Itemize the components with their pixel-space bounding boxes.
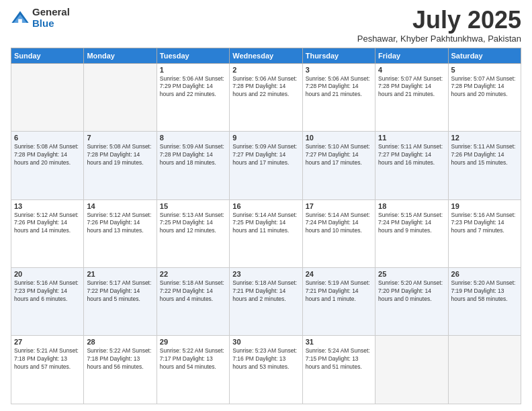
table-row: 17Sunrise: 5:14 AM Sunset: 7:24 PM Dayli… (302, 199, 375, 267)
day-number: 15 (160, 202, 226, 210)
day-info: Sunrise: 5:09 AM Sunset: 7:27 PM Dayligh… (232, 143, 299, 167)
title-area: July 2025 Peshawar, Khyber Pakhtunkhwa, … (357, 7, 521, 44)
day-info: Sunrise: 5:19 AM Sunset: 7:21 PM Dayligh… (306, 279, 372, 304)
calendar-week-row: 13Sunrise: 5:12 AM Sunset: 7:26 PM Dayli… (11, 199, 521, 267)
col-monday: Monday (84, 48, 157, 63)
day-info: Sunrise: 5:16 AM Sunset: 7:23 PM Dayligh… (451, 212, 518, 236)
table-row: 6Sunrise: 5:08 AM Sunset: 7:28 PM Daylig… (11, 132, 84, 199)
table-row: 19Sunrise: 5:16 AM Sunset: 7:23 PM Dayli… (448, 199, 521, 267)
table-row: 23Sunrise: 5:18 AM Sunset: 7:21 PM Dayli… (230, 268, 302, 336)
table-row (448, 336, 521, 404)
day-number: 28 (87, 338, 153, 346)
header: General Blue July 2025 Peshawar, Khyber … (11, 7, 521, 44)
table-row (84, 63, 157, 131)
day-info: Sunrise: 5:16 AM Sunset: 7:23 PM Dayligh… (14, 279, 81, 304)
day-info: Sunrise: 5:21 AM Sunset: 7:18 PM Dayligh… (14, 347, 81, 371)
logo-icon (11, 9, 30, 28)
table-row: 4Sunrise: 5:07 AM Sunset: 7:28 PM Daylig… (375, 63, 448, 131)
day-info: Sunrise: 5:14 AM Sunset: 7:24 PM Dayligh… (306, 212, 372, 236)
table-row: 9Sunrise: 5:09 AM Sunset: 7:27 PM Daylig… (230, 132, 302, 199)
day-number: 8 (160, 134, 226, 142)
day-info: Sunrise: 5:06 AM Sunset: 7:29 PM Dayligh… (160, 75, 226, 99)
day-info: Sunrise: 5:22 AM Sunset: 7:17 PM Dayligh… (160, 347, 226, 371)
col-friday: Friday (375, 48, 448, 63)
day-number: 7 (87, 134, 153, 142)
calendar-table: Sunday Monday Tuesday Wednesday Thursday… (11, 48, 521, 404)
day-number: 25 (378, 270, 445, 278)
day-info: Sunrise: 5:18 AM Sunset: 7:21 PM Dayligh… (232, 279, 299, 304)
table-row: 29Sunrise: 5:22 AM Sunset: 7:17 PM Dayli… (157, 336, 229, 404)
table-row: 25Sunrise: 5:20 AM Sunset: 7:20 PM Dayli… (375, 268, 448, 336)
table-row: 1Sunrise: 5:06 AM Sunset: 7:29 PM Daylig… (157, 63, 229, 131)
col-thursday: Thursday (302, 48, 375, 63)
table-row: 5Sunrise: 5:07 AM Sunset: 7:28 PM Daylig… (448, 63, 521, 131)
day-number: 27 (14, 338, 81, 346)
table-row: 31Sunrise: 5:24 AM Sunset: 7:15 PM Dayli… (302, 336, 375, 404)
day-number: 17 (306, 202, 372, 210)
table-row: 26Sunrise: 5:20 AM Sunset: 7:19 PM Dayli… (448, 268, 521, 336)
calendar-week-row: 6Sunrise: 5:08 AM Sunset: 7:28 PM Daylig… (11, 132, 521, 199)
table-row (11, 63, 84, 131)
day-info: Sunrise: 5:24 AM Sunset: 7:15 PM Dayligh… (306, 347, 372, 371)
calendar-week-row: 20Sunrise: 5:16 AM Sunset: 7:23 PM Dayli… (11, 268, 521, 336)
table-row: 7Sunrise: 5:08 AM Sunset: 7:28 PM Daylig… (84, 132, 157, 199)
day-number: 3 (306, 66, 372, 74)
calendar-week-row: 1Sunrise: 5:06 AM Sunset: 7:29 PM Daylig… (11, 63, 521, 131)
day-number: 9 (232, 134, 299, 142)
day-number: 18 (378, 202, 445, 210)
table-row: 3Sunrise: 5:06 AM Sunset: 7:28 PM Daylig… (302, 63, 375, 131)
table-row: 18Sunrise: 5:15 AM Sunset: 7:24 PM Dayli… (375, 199, 448, 267)
table-row: 30Sunrise: 5:23 AM Sunset: 7:16 PM Dayli… (230, 336, 302, 404)
day-info: Sunrise: 5:23 AM Sunset: 7:16 PM Dayligh… (232, 347, 299, 371)
day-info: Sunrise: 5:11 AM Sunset: 7:27 PM Dayligh… (378, 143, 445, 167)
logo: General Blue (11, 7, 70, 29)
day-number: 22 (160, 270, 226, 278)
table-row: 10Sunrise: 5:10 AM Sunset: 7:27 PM Dayli… (302, 132, 375, 199)
day-number: 21 (87, 270, 153, 278)
table-row: 8Sunrise: 5:09 AM Sunset: 7:28 PM Daylig… (157, 132, 229, 199)
table-row: 21Sunrise: 5:17 AM Sunset: 7:22 PM Dayli… (84, 268, 157, 336)
day-info: Sunrise: 5:15 AM Sunset: 7:24 PM Dayligh… (378, 212, 445, 236)
day-number: 4 (378, 66, 445, 74)
table-row: 12Sunrise: 5:11 AM Sunset: 7:26 PM Dayli… (448, 132, 521, 199)
day-number: 14 (87, 202, 153, 210)
day-info: Sunrise: 5:12 AM Sunset: 7:26 PM Dayligh… (14, 212, 81, 236)
day-info: Sunrise: 5:14 AM Sunset: 7:25 PM Dayligh… (232, 212, 299, 236)
day-number: 19 (451, 202, 518, 210)
day-info: Sunrise: 5:11 AM Sunset: 7:26 PM Dayligh… (451, 143, 518, 167)
day-info: Sunrise: 5:17 AM Sunset: 7:22 PM Dayligh… (87, 279, 153, 304)
day-number: 10 (306, 134, 372, 142)
day-info: Sunrise: 5:10 AM Sunset: 7:27 PM Dayligh… (306, 143, 372, 167)
day-info: Sunrise: 5:13 AM Sunset: 7:25 PM Dayligh… (160, 212, 226, 236)
table-row: 28Sunrise: 5:22 AM Sunset: 7:18 PM Dayli… (84, 336, 157, 404)
day-info: Sunrise: 5:07 AM Sunset: 7:28 PM Dayligh… (378, 75, 445, 99)
table-row: 14Sunrise: 5:12 AM Sunset: 7:26 PM Dayli… (84, 199, 157, 267)
day-number: 11 (378, 134, 445, 142)
month-title: July 2025 (357, 7, 521, 34)
table-row: 27Sunrise: 5:21 AM Sunset: 7:18 PM Dayli… (11, 336, 84, 404)
day-number: 5 (451, 66, 518, 74)
table-row: 22Sunrise: 5:18 AM Sunset: 7:22 PM Dayli… (157, 268, 229, 336)
day-number: 20 (14, 270, 81, 278)
table-row: 24Sunrise: 5:19 AM Sunset: 7:21 PM Dayli… (302, 268, 375, 336)
logo-general-text: General (32, 7, 70, 18)
day-number: 6 (14, 134, 81, 142)
day-number: 12 (451, 134, 518, 142)
col-wednesday: Wednesday (230, 48, 302, 63)
calendar-week-row: 27Sunrise: 5:21 AM Sunset: 7:18 PM Dayli… (11, 336, 521, 404)
logo-text: General Blue (32, 7, 70, 29)
day-info: Sunrise: 5:09 AM Sunset: 7:28 PM Dayligh… (160, 143, 226, 167)
day-info: Sunrise: 5:08 AM Sunset: 7:28 PM Dayligh… (87, 143, 153, 167)
table-row: 16Sunrise: 5:14 AM Sunset: 7:25 PM Dayli… (230, 199, 302, 267)
col-tuesday: Tuesday (157, 48, 229, 63)
day-number: 1 (160, 66, 226, 74)
day-number: 29 (160, 338, 226, 346)
day-number: 24 (306, 270, 372, 278)
day-info: Sunrise: 5:07 AM Sunset: 7:28 PM Dayligh… (451, 75, 518, 99)
day-info: Sunrise: 5:20 AM Sunset: 7:19 PM Dayligh… (451, 279, 518, 304)
calendar-header-row: Sunday Monday Tuesday Wednesday Thursday… (11, 48, 521, 63)
day-number: 13 (14, 202, 81, 210)
day-info: Sunrise: 5:08 AM Sunset: 7:28 PM Dayligh… (14, 143, 81, 167)
day-number: 26 (451, 270, 518, 278)
day-number: 2 (232, 66, 299, 74)
